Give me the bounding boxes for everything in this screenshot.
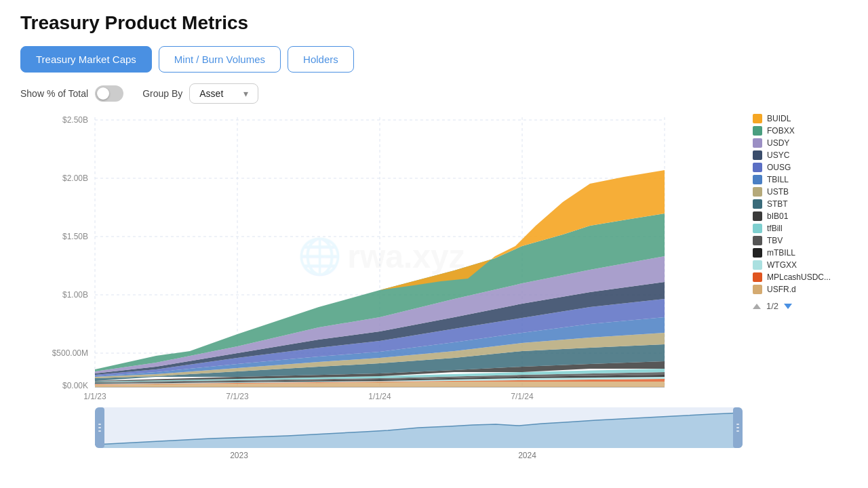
legend-label-tfBill: tfBill bbox=[767, 224, 783, 233]
mini-chart[interactable] bbox=[95, 407, 743, 448]
legend-pagination: 1/2 bbox=[753, 301, 848, 311]
svg-text:7/1/23: 7/1/23 bbox=[226, 392, 249, 401]
controls-bar: Show % of Total Group By Asset ▾ bbox=[20, 83, 848, 104]
legend-color-FOBXX bbox=[753, 126, 762, 136]
legend-color-bIB01 bbox=[753, 211, 762, 221]
mini-chart-right-handle[interactable] bbox=[733, 407, 743, 448]
mini-chart-labels: 2023 2024 bbox=[20, 448, 671, 460]
legend-item-STBT: STBT bbox=[753, 199, 848, 209]
legend-color-USDY bbox=[753, 138, 762, 148]
stacked-area-chart: $2.50B $2.00B $1.50B $1.00B $500.00M $0.… bbox=[20, 110, 671, 402]
legend-label-TBV: TBV bbox=[767, 236, 783, 245]
legend-color-USTB bbox=[753, 187, 762, 197]
chart-area: 🌐 rwa.xyz $2.50B $2.00B $1.50B $1.00B bbox=[20, 110, 848, 460]
legend-item-OUSG: OUSG bbox=[753, 163, 848, 172]
svg-text:$2.50B: $2.50B bbox=[62, 115, 88, 125]
tab-mint-burn-volumes[interactable]: Mint / Burn Volumes bbox=[159, 46, 281, 73]
svg-text:$2.00B: $2.00B bbox=[62, 174, 88, 183]
legend-item-tfBill: tfBill bbox=[753, 224, 848, 233]
legend-color-MPLcashUSDC bbox=[753, 272, 762, 282]
legend-item-USYC: USYC bbox=[753, 150, 848, 160]
svg-text:$0.00K: $0.00K bbox=[62, 381, 88, 390]
svg-text:$500.00M: $500.00M bbox=[52, 348, 88, 358]
legend-item-bIB01: bIB01 bbox=[753, 211, 848, 221]
legend-item-WTGXX: WTGXX bbox=[753, 260, 848, 270]
tab-bar: Treasury Market Caps Mint / Burn Volumes… bbox=[20, 46, 848, 73]
legend-label-bIB01: bIB01 bbox=[767, 211, 788, 221]
legend-label-WTGXX: WTGXX bbox=[767, 260, 797, 270]
legend-label-OUSG: OUSG bbox=[767, 163, 791, 172]
legend-prev-button[interactable] bbox=[753, 304, 761, 309]
legend-color-TBILL bbox=[753, 175, 762, 184]
legend-label-FOBXX: FOBXX bbox=[767, 126, 795, 136]
legend-color-OUSG bbox=[753, 163, 762, 172]
tab-treasury-market-caps[interactable]: Treasury Market Caps bbox=[20, 46, 152, 73]
legend-item-mTBILL: mTBILL bbox=[753, 248, 848, 258]
svg-text:$1.00B: $1.00B bbox=[62, 290, 88, 300]
mini-chart-container bbox=[20, 407, 743, 448]
legend-label-USYC: USYC bbox=[767, 150, 789, 160]
legend-item-USFR.d: USFR.d bbox=[753, 285, 848, 294]
legend-next-button[interactable] bbox=[784, 304, 792, 309]
show-percent-toggle[interactable] bbox=[95, 85, 123, 102]
legend-item-TBILL: TBILL bbox=[753, 175, 848, 184]
group-by-select[interactable]: Asset ▾ bbox=[189, 83, 258, 104]
mini-chart-left-handle[interactable] bbox=[95, 407, 104, 448]
tab-holders[interactable]: Holders bbox=[288, 46, 354, 73]
legend-color-STBT bbox=[753, 199, 762, 209]
legend-color-TBV bbox=[753, 236, 762, 245]
legend-page: 1/2 bbox=[766, 301, 778, 311]
legend-color-USYC bbox=[753, 150, 762, 160]
show-percent-control: Show % of Total bbox=[20, 85, 123, 102]
legend-label-USTB: USTB bbox=[767, 187, 789, 197]
svg-text:$1.50B: $1.50B bbox=[62, 232, 88, 241]
legend-item-FOBXX: FOBXX bbox=[753, 126, 848, 136]
legend-color-BUIDL bbox=[753, 114, 762, 123]
legend-color-tfBill bbox=[753, 224, 762, 233]
legend-item-MPLcashUSDC: MPLcashUSDC... bbox=[753, 272, 848, 282]
legend-item-BUIDL: BUIDL bbox=[753, 114, 848, 123]
legend-color-WTGXX bbox=[753, 260, 762, 270]
legend-item-USDY: USDY bbox=[753, 138, 848, 148]
legend-item-TBV: TBV bbox=[753, 236, 848, 245]
legend-label-MPLcashUSDC: MPLcashUSDC... bbox=[767, 272, 831, 282]
group-by-value: Asset bbox=[199, 88, 223, 99]
svg-text:1/1/24: 1/1/24 bbox=[368, 392, 391, 401]
legend-color-USFR.d bbox=[753, 285, 762, 294]
right-handle-lines bbox=[736, 424, 739, 432]
mini-chart-svg bbox=[95, 407, 743, 448]
chart-legend: BUIDL FOBXX USDY USYC OUSG TBILL USTB ST… bbox=[743, 110, 848, 460]
svg-text:7/1/24: 7/1/24 bbox=[511, 392, 534, 401]
group-by-label: Group By bbox=[142, 88, 182, 99]
mini-label-2023: 2023 bbox=[230, 451, 248, 460]
svg-text:1/1/23: 1/1/23 bbox=[83, 392, 106, 401]
group-by-control: Group By Asset ▾ bbox=[142, 83, 258, 104]
chevron-down-icon: ▾ bbox=[243, 88, 248, 99]
legend-label-USFR.d: USFR.d bbox=[767, 285, 796, 294]
legend-color-mTBILL bbox=[753, 248, 762, 258]
show-percent-label: Show % of Total bbox=[20, 88, 88, 99]
legend-label-mTBILL: mTBILL bbox=[767, 248, 795, 258]
mini-label-2024: 2024 bbox=[518, 451, 536, 460]
main-chart: 🌐 rwa.xyz $2.50B $2.00B $1.50B $1.00B bbox=[20, 110, 743, 460]
page-title: Treasury Product Metrics bbox=[20, 12, 848, 34]
legend-label-TBILL: TBILL bbox=[767, 175, 789, 184]
legend-label-USDY: USDY bbox=[767, 138, 789, 148]
legend-label-STBT: STBT bbox=[767, 199, 788, 209]
legend-item-USTB: USTB bbox=[753, 187, 848, 197]
legend-label-BUIDL: BUIDL bbox=[767, 114, 791, 123]
left-handle-lines bbox=[98, 424, 101, 432]
